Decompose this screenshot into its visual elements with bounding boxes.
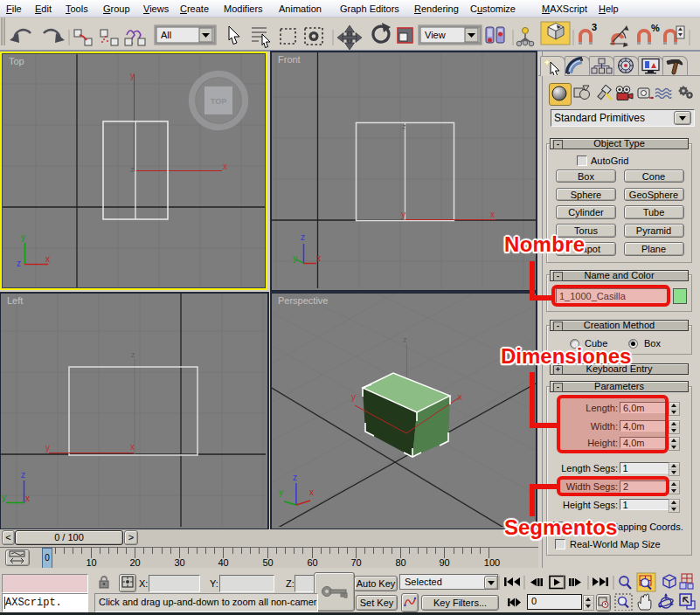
- svg-text:x: x: [316, 253, 321, 263]
- svg-text:x: x: [458, 392, 462, 402]
- svg-text:z: z: [301, 232, 305, 242]
- svg-text:TOP: TOP: [211, 97, 226, 106]
- svg-text:3: 3: [592, 22, 597, 32]
- svg-text:z: z: [21, 470, 25, 480]
- svg-text:All: All: [161, 30, 171, 40]
- svg-text:z: z: [17, 259, 21, 268]
- svg-text:View: View: [425, 30, 446, 40]
- svg-text:y: y: [21, 232, 25, 242]
- svg-text:y: y: [45, 443, 50, 453]
- svg-text:y: y: [401, 210, 405, 219]
- svg-text:y: y: [293, 253, 297, 263]
- svg-text:x: x: [490, 210, 495, 219]
- svg-text:x: x: [309, 487, 314, 497]
- svg-text:x: x: [45, 254, 50, 264]
- svg-text:y: y: [2, 493, 6, 502]
- svg-text:z: z: [131, 350, 135, 359]
- svg-text:y: y: [130, 71, 135, 80]
- svg-text:x: x: [130, 442, 135, 452]
- svg-text:x: x: [223, 162, 227, 171]
- svg-text:%: %: [651, 23, 660, 33]
- svg-text:y: y: [279, 487, 283, 497]
- svg-text:z: z: [402, 122, 406, 131]
- svg-text:x: x: [25, 494, 30, 503]
- svg-text:z: z: [403, 335, 407, 344]
- svg-text:y: y: [351, 392, 356, 402]
- svg-text:z: z: [293, 473, 297, 482]
- svg-text:z: z: [130, 165, 135, 174]
